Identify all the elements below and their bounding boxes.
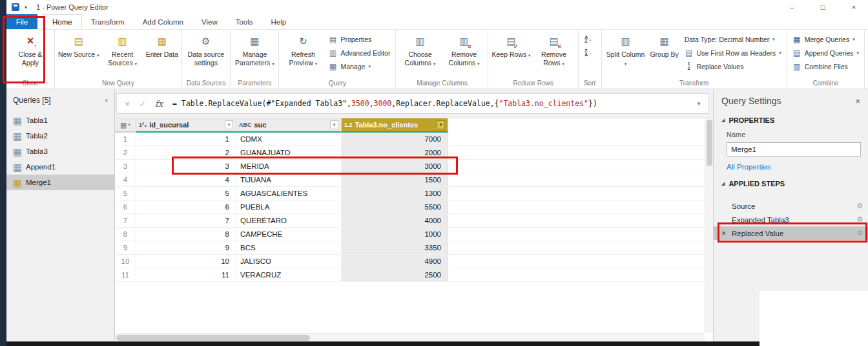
data-type-decimal-number-button[interactable]: Data Type: Decimal Number▾	[683, 34, 783, 45]
column-header-id-sucursal[interactable]: 1²₃ id_sucursal ▾	[136, 118, 236, 133]
cell-suc[interactable]: PUEBLA	[236, 200, 342, 213]
filter-icon[interactable]: ▾	[437, 120, 445, 129]
cell-suc[interactable]: QUERÉTARO	[236, 214, 342, 227]
cell-id-sucursal[interactable]: 3	[136, 160, 236, 173]
row-number[interactable]: 9	[115, 241, 136, 254]
cell-id-sucursal[interactable]: 9	[136, 241, 236, 254]
maximize-button[interactable]: □	[809, 0, 837, 14]
properties-section-header[interactable]: ◢ PROPERTIES	[714, 111, 868, 124]
cancel-icon[interactable]: ×	[119, 99, 135, 109]
fx-icon[interactable]: fx	[150, 99, 167, 109]
choose-columns-button[interactable]: ▥Choose Columns ▾	[398, 30, 442, 79]
cell-suc[interactable]: AGUASCALIENTES	[236, 187, 342, 200]
cell-suc[interactable]: JALISCO	[236, 255, 342, 268]
minimize-button[interactable]: –	[778, 0, 806, 14]
table-row-5[interactable]: 55AGUASCALIENTES1300	[115, 187, 713, 200]
cell-no-clientes[interactable]: 1000	[342, 228, 448, 241]
quick-access-dropdown-icon[interactable]: ▾	[25, 5, 27, 10]
horizontal-scrollbar[interactable]	[115, 333, 705, 341]
table-row-9[interactable]: 99BCS3350	[115, 241, 713, 255]
cell-no-clientes[interactable]: 1300	[342, 187, 448, 200]
tab-help[interactable]: Help	[262, 14, 296, 29]
cell-id-sucursal[interactable]: 8	[136, 228, 236, 241]
split-column-button[interactable]: ▥Split Column ▾	[604, 30, 648, 79]
row-number[interactable]: 4	[115, 173, 136, 186]
commit-icon[interactable]: ✓	[135, 99, 150, 109]
cell-suc[interactable]: MERIDA	[236, 160, 342, 173]
group-by-button[interactable]: ▦Group By	[648, 30, 681, 79]
applied-steps-section-header[interactable]: ◢ APPLIED STEPS	[714, 175, 868, 188]
cell-id-sucursal[interactable]: 2	[136, 146, 236, 159]
recent-sources-button[interactable]: ▥Recent Sources ▾	[101, 30, 145, 79]
remove-columns-button[interactable]: ▥×Remove Columns ▾	[442, 30, 486, 79]
row-number[interactable]: 11	[115, 268, 136, 281]
sort-asc-icon-button[interactable]: AZ↓	[582, 34, 598, 45]
advanced-editor-button[interactable]: ▥Advanced Editor	[326, 47, 392, 58]
enter-data-button[interactable]: ▦Enter Data	[145, 30, 180, 79]
table-row-2[interactable]: 22GUANAJUATO2000	[115, 146, 713, 160]
collapse-queries-icon[interactable]: ‹	[105, 95, 108, 105]
refresh-preview-button[interactable]: ↻Refresh Preview ▾	[281, 30, 325, 79]
cell-id-sucursal[interactable]: 7	[136, 214, 236, 227]
gear-icon[interactable]: ⚙	[856, 202, 863, 210]
step-expanded-tabla3[interactable]: ×Expanded Tabla3⚙	[714, 213, 868, 226]
table-row-11[interactable]: 1111VERACRUZ2500	[115, 268, 713, 282]
cell-no-clientes[interactable]: 2000	[342, 146, 448, 159]
merge-queries-button[interactable]: ▦Merge Queries▾	[790, 34, 861, 45]
manage-button[interactable]: ▦Manage▾	[326, 61, 392, 72]
cell-id-sucursal[interactable]: 11	[136, 268, 236, 281]
table-corner-button[interactable]: ▦ ▾	[115, 118, 136, 133]
save-icon[interactable]	[12, 3, 19, 11]
cell-id-sucursal[interactable]: 5	[136, 187, 236, 200]
query-name-input[interactable]	[727, 142, 861, 157]
tab-view[interactable]: View	[192, 14, 227, 29]
close-button[interactable]: ×	[840, 0, 868, 14]
cell-no-clientes[interactable]: 5500	[342, 200, 448, 213]
table-row-10[interactable]: 1010JALISCO4900	[115, 255, 713, 268]
new-source-button[interactable]: ▤New Source ▾	[57, 30, 101, 79]
row-number[interactable]: 2	[115, 146, 136, 159]
all-properties-link[interactable]: All Properties	[714, 157, 868, 175]
table-row-1[interactable]: 11CDMX7000	[115, 133, 713, 146]
query-item-merge1[interactable]: ▦Merge1	[6, 175, 114, 190]
cell-no-clientes[interactable]: 7000	[342, 133, 448, 146]
row-number[interactable]: 5	[115, 187, 136, 200]
delete-step-icon[interactable]: ×	[721, 229, 729, 238]
settings-close-icon[interactable]: ×	[855, 96, 860, 106]
cell-no-clientes[interactable]: 3350	[342, 241, 448, 254]
cell-suc[interactable]: BCS	[236, 241, 342, 254]
cell-no-clientes[interactable]: 4900	[342, 255, 448, 268]
table-row-6[interactable]: 66PUEBLA5500	[115, 200, 713, 214]
data-source-settings-button[interactable]: ⚙Data source settings	[184, 30, 228, 79]
file-menu-button[interactable]: File	[6, 14, 37, 29]
filter-icon[interactable]: ▾	[225, 120, 233, 129]
cell-id-sucursal[interactable]: 4	[136, 173, 236, 186]
tab-transform[interactable]: Transform	[82, 14, 134, 29]
manage-parameters-button[interactable]: ▦Manage Parameters ▾	[232, 30, 276, 79]
formula-input[interactable]: = Table.ReplaceValue(#"Expanded Tabla3",…	[167, 99, 692, 108]
properties-button[interactable]: ▤Properties	[326, 34, 392, 45]
row-number[interactable]: 3	[115, 160, 136, 173]
keep-rows-button[interactable]: ▤✓Keep Rows ▾	[490, 30, 532, 79]
row-number[interactable]: 1	[115, 133, 136, 146]
query-item-tabla1[interactable]: ▦Tabla1	[6, 113, 114, 128]
row-number[interactable]: 8	[115, 228, 136, 241]
use-first-row-as-headers-button[interactable]: ▤Use First Row as Headers▾	[683, 47, 783, 58]
query-item-append1[interactable]: ▦Append1	[6, 159, 114, 175]
row-number[interactable]: 6	[115, 200, 136, 213]
cell-suc[interactable]: VERACRUZ	[236, 268, 342, 281]
formula-expand-icon[interactable]: ▾	[692, 100, 706, 107]
step-replaced-value[interactable]: ×Replaced Value⚙	[714, 226, 868, 240]
cell-suc[interactable]: TIJUANA	[236, 173, 342, 186]
table-row-4[interactable]: 44TIJUANA1500	[115, 173, 713, 187]
cell-no-clientes[interactable]: 4000	[342, 214, 448, 227]
sort-desc-icon-button[interactable]: ZA↓	[582, 47, 598, 58]
vertical-scrollbar-thumb[interactable]	[707, 120, 712, 166]
remove-rows-button[interactable]: ▤×Remove Rows ▾	[532, 30, 576, 79]
row-number[interactable]: 10	[115, 255, 136, 268]
cell-id-sucursal[interactable]: 1	[136, 133, 236, 146]
vertical-scrollbar[interactable]	[705, 118, 713, 333]
horizontal-scrollbar-thumb[interactable]	[116, 335, 310, 341]
column-header-suc[interactable]: ABC suc ▾	[236, 118, 342, 133]
close-apply-button[interactable]: ×↑Close & Apply	[8, 30, 52, 79]
